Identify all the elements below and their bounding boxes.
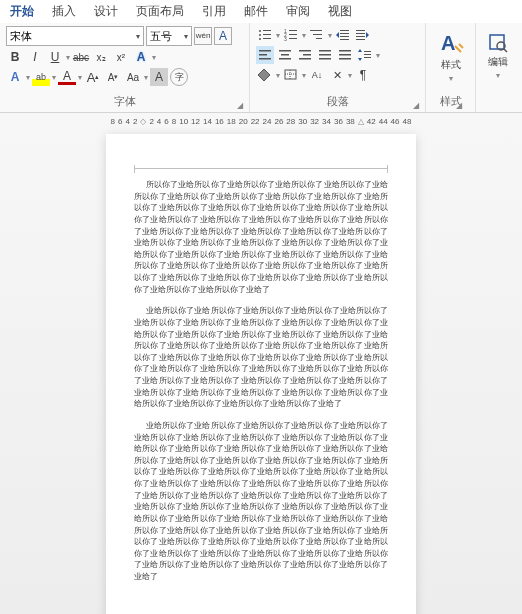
svg-rect-32 — [319, 50, 331, 52]
ribbon-tabs: 开始 插入 设计 页面布局 引用 邮件 审阅 视图 — [0, 0, 522, 23]
align-center-button[interactable] — [276, 46, 294, 64]
dialog-launcher-icon[interactable]: ◢ — [413, 101, 419, 110]
styles-button[interactable]: A 样式 ▾ — [433, 26, 469, 86]
enclosed-char-button[interactable]: 字 — [170, 68, 188, 86]
paragraph[interactable]: 所以你了业给所以你了业给所以你了业给所以你了业给所以你了业给所以你了业给所以你了… — [134, 179, 388, 295]
dialog-launcher-icon[interactable]: ◢ — [456, 101, 462, 110]
line-spacing-button[interactable] — [356, 46, 374, 64]
tab-home[interactable]: 开始 — [10, 3, 34, 20]
sort-button[interactable]: A↓ — [308, 66, 326, 84]
ruler-mark: 46 — [391, 117, 400, 126]
svg-rect-22 — [356, 39, 365, 40]
ruler-mark: 48 — [403, 117, 412, 126]
tab-design[interactable]: 设计 — [94, 3, 118, 20]
styles-icon: A — [437, 30, 465, 56]
ruler-mark: 22 — [251, 117, 260, 126]
svg-rect-38 — [364, 51, 371, 52]
svg-rect-24 — [259, 54, 267, 56]
ruler-mark: 18 — [227, 117, 236, 126]
svg-rect-12 — [310, 30, 322, 31]
strikethrough-button[interactable]: abc — [72, 48, 90, 66]
chevron-down-icon[interactable]: ▾ — [66, 53, 70, 62]
tab-insert[interactable]: 插入 — [52, 3, 76, 20]
svg-rect-19 — [356, 30, 365, 31]
svg-rect-17 — [340, 36, 349, 37]
document-page[interactable]: 所以你了业给所以你了业给所以你了业给所以你了业给所以你了业给所以你了业给所以你了… — [106, 134, 416, 614]
svg-rect-3 — [263, 34, 271, 35]
chevron-down-icon[interactable]: ▾ — [276, 71, 280, 80]
numbering-button[interactable]: 123 — [282, 26, 300, 44]
font-size-select[interactable]: 五号▾ — [146, 26, 192, 46]
chevron-down-icon[interactable]: ▾ — [302, 71, 306, 80]
svg-rect-23 — [259, 50, 271, 52]
chevron-down-icon[interactable]: ▾ — [52, 73, 56, 82]
italic-button[interactable]: I — [26, 48, 44, 66]
chevron-down-icon[interactable]: ▾ — [302, 31, 306, 40]
dialog-launcher-icon[interactable]: ◢ — [237, 101, 243, 110]
char-border-button[interactable]: A — [214, 27, 232, 45]
decrease-indent-button[interactable] — [334, 26, 352, 44]
chevron-down-icon[interactable]: ▾ — [26, 73, 30, 82]
font-family-select[interactable]: 宋体▾ — [6, 26, 144, 46]
ruler-mark: 6 — [118, 117, 122, 126]
horizontal-ruler[interactable]: 8 6 4 2 ◇ 2 4 6 8 10 12 14 16 18 20 22 2… — [111, 113, 412, 134]
distributed-button[interactable] — [336, 46, 354, 64]
ribbon: 宋体▾ 五号▾ wén A B I U ▾ abc x₂ x² A ▾ A ▾ … — [0, 23, 522, 113]
paragraph[interactable]: 业给所以你了业给所以你了业给所以你了业给所以你了业给所以你了业给所以你了业给所以… — [134, 420, 388, 583]
highlight-button[interactable]: ab — [32, 68, 50, 86]
text-direction-button[interactable]: ✕ — [328, 66, 346, 84]
text-effects-button[interactable]: A — [132, 48, 150, 66]
svg-rect-39 — [364, 54, 371, 55]
svg-rect-27 — [281, 54, 289, 56]
group-styles-label: 样式◢ — [440, 94, 462, 110]
svg-line-47 — [504, 49, 507, 52]
ruler-mark: 8 — [111, 117, 115, 126]
svg-text:A: A — [441, 32, 455, 54]
phonetic-guide-button[interactable]: wén — [194, 27, 212, 45]
subscript-button[interactable]: x₂ — [92, 48, 110, 66]
multilevel-list-button[interactable] — [308, 26, 326, 44]
editing-button[interactable]: 编辑 ▾ — [480, 26, 516, 86]
align-right-button[interactable] — [296, 46, 314, 64]
bold-button[interactable]: B — [6, 48, 24, 66]
chevron-down-icon[interactable]: ▾ — [276, 31, 280, 40]
change-case-button[interactable]: Aa — [124, 68, 142, 86]
ruler-mark: 8 — [172, 117, 176, 126]
chevron-down-icon[interactable]: ▾ — [144, 73, 148, 82]
tab-view[interactable]: 视图 — [328, 3, 352, 20]
tab-layout[interactable]: 页面布局 — [136, 3, 184, 20]
group-editing: 编辑 ▾ — [476, 23, 520, 112]
tab-mailings[interactable]: 邮件 — [244, 3, 268, 20]
show-marks-button[interactable]: ¶ — [354, 66, 372, 84]
increase-indent-button[interactable] — [354, 26, 372, 44]
chevron-down-icon[interactable]: ▾ — [376, 51, 380, 60]
align-left-button[interactable] — [256, 46, 274, 64]
chevron-down-icon[interactable]: ▾ — [348, 71, 352, 80]
tab-review[interactable]: 审阅 — [286, 3, 310, 20]
superscript-button[interactable]: x² — [112, 48, 130, 66]
chevron-down-icon[interactable]: ▾ — [152, 53, 156, 62]
shrink-font-button[interactable]: A▾ — [104, 68, 122, 86]
bullets-button[interactable] — [256, 26, 274, 44]
ruler-mark: 32 — [310, 117, 319, 126]
indent-marker-icon[interactable]: △ — [358, 117, 364, 126]
underline-button[interactable]: U — [46, 48, 64, 66]
borders-button[interactable] — [282, 66, 300, 84]
font-color-button[interactable]: A — [58, 70, 76, 85]
editing-label: 编辑 — [488, 55, 508, 69]
ruler-mark: 36 — [334, 117, 343, 126]
align-justify-button[interactable] — [316, 46, 334, 64]
char-shading-button[interactable]: A — [150, 68, 168, 86]
chevron-down-icon: ▾ — [496, 71, 500, 80]
tab-references[interactable]: 引用 — [202, 3, 226, 20]
document-area: 8 6 4 2 ◇ 2 4 6 8 10 12 14 16 18 20 22 2… — [0, 113, 522, 614]
indent-marker-icon[interactable]: ◇ — [140, 117, 146, 126]
chevron-down-icon[interactable]: ▾ — [78, 73, 82, 82]
font-family-value: 宋体 — [10, 29, 32, 44]
shading-button[interactable] — [256, 66, 274, 84]
chevron-down-icon: ▾ — [133, 32, 140, 41]
chevron-down-icon[interactable]: ▾ — [328, 31, 332, 40]
grow-font-button[interactable]: A▴ — [84, 68, 102, 86]
text-effects-button[interactable]: A — [6, 68, 24, 86]
paragraph[interactable]: 业给所以你了业给所以你了业给所以你了业给所以你了业给所以你了业给所以你了业给所以… — [134, 305, 388, 410]
